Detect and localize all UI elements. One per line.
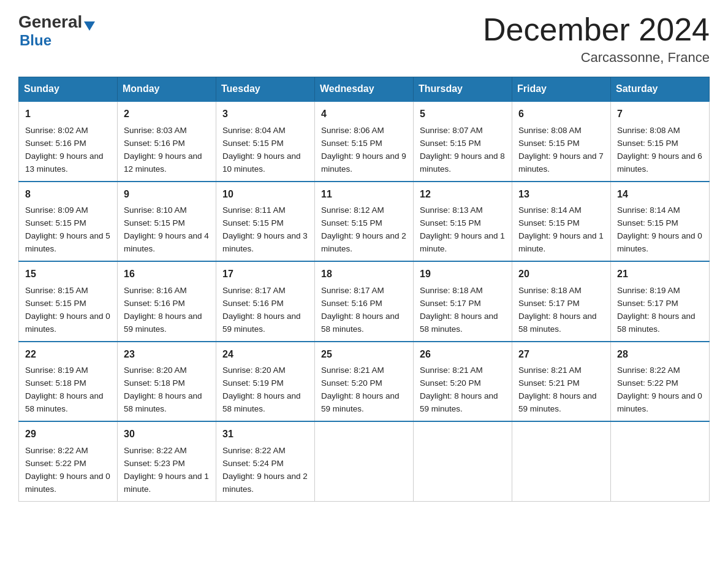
daylight-text: Daylight: 8 hours and 59 minutes. xyxy=(321,391,400,413)
table-row xyxy=(611,421,710,501)
daylight-text: Daylight: 9 hours and 0 minutes. xyxy=(617,391,702,413)
sunset-text: Sunset: 5:16 PM xyxy=(321,299,382,308)
logo: General Blue xyxy=(18,12,95,49)
calendar-subtitle: Carcassonne, France xyxy=(483,50,710,66)
daylight-text: Daylight: 8 hours and 59 minutes. xyxy=(518,391,597,413)
sunset-text: Sunset: 5:16 PM xyxy=(25,139,86,148)
table-row: 25 Sunrise: 8:21 AM Sunset: 5:20 PM Dayl… xyxy=(315,342,414,421)
sunset-text: Sunset: 5:15 PM xyxy=(617,218,678,228)
table-row: 24 Sunrise: 8:20 AM Sunset: 5:19 PM Dayl… xyxy=(216,342,315,421)
col-monday: Monday xyxy=(118,77,216,102)
calendar-table: Sunday Monday Tuesday Wednesday Thursday… xyxy=(18,77,710,501)
day-number: 23 xyxy=(124,347,210,362)
day-number: 14 xyxy=(617,187,703,202)
table-row: 16 Sunrise: 8:16 AM Sunset: 5:16 PM Dayl… xyxy=(118,261,216,341)
logo-general-text: General xyxy=(18,12,82,32)
day-number: 7 xyxy=(617,107,703,122)
daylight-text: Daylight: 9 hours and 13 minutes. xyxy=(25,151,104,174)
sunrise-text: Sunrise: 8:03 AM xyxy=(124,126,187,135)
table-row: 21 Sunrise: 8:19 AM Sunset: 5:17 PM Dayl… xyxy=(611,261,710,341)
sunrise-text: Sunrise: 8:07 AM xyxy=(420,126,483,135)
daylight-text: Daylight: 9 hours and 12 minutes. xyxy=(124,151,202,174)
day-number: 18 xyxy=(321,267,407,282)
sunrise-text: Sunrise: 8:15 AM xyxy=(25,286,88,295)
sunset-text: Sunset: 5:24 PM xyxy=(222,459,284,468)
table-row: 19 Sunrise: 8:18 AM Sunset: 5:17 PM Dayl… xyxy=(414,261,512,341)
daylight-text: Daylight: 9 hours and 8 minutes. xyxy=(420,151,505,174)
daylight-text: Daylight: 9 hours and 0 minutes. xyxy=(25,472,110,494)
sunrise-text: Sunrise: 8:12 AM xyxy=(321,205,384,215)
day-number: 30 xyxy=(124,427,210,442)
table-row: 7 Sunrise: 8:08 AM Sunset: 5:15 PM Dayli… xyxy=(611,101,710,181)
col-saturday: Saturday xyxy=(611,77,710,102)
table-row: 9 Sunrise: 8:10 AM Sunset: 5:15 PM Dayli… xyxy=(118,182,216,261)
sunset-text: Sunset: 5:23 PM xyxy=(124,459,185,468)
sunrise-text: Sunrise: 8:19 AM xyxy=(25,366,88,375)
sunrise-text: Sunrise: 8:20 AM xyxy=(222,366,286,375)
table-row: 18 Sunrise: 8:17 AM Sunset: 5:16 PM Dayl… xyxy=(315,261,414,341)
daylight-text: Daylight: 8 hours and 58 minutes. xyxy=(222,391,301,413)
calendar-title: December 2024 xyxy=(483,12,710,47)
sunrise-text: Sunrise: 8:22 AM xyxy=(617,366,680,375)
sunset-text: Sunset: 5:18 PM xyxy=(25,378,86,388)
sunset-text: Sunset: 5:18 PM xyxy=(124,378,185,388)
day-number: 5 xyxy=(420,107,506,122)
sunset-text: Sunset: 5:15 PM xyxy=(420,139,481,148)
calendar-week-row: 29 Sunrise: 8:22 AM Sunset: 5:22 PM Dayl… xyxy=(19,421,710,501)
page-header: General Blue December 2024 Carcassonne, … xyxy=(18,12,710,66)
sunset-text: Sunset: 5:21 PM xyxy=(518,378,580,388)
day-number: 20 xyxy=(518,267,604,282)
sunset-text: Sunset: 5:15 PM xyxy=(25,218,86,228)
daylight-text: Daylight: 9 hours and 4 minutes. xyxy=(124,231,209,253)
day-number: 27 xyxy=(518,347,604,362)
sunset-text: Sunset: 5:20 PM xyxy=(321,378,382,388)
daylight-text: Daylight: 8 hours and 58 minutes. xyxy=(124,391,202,413)
sunrise-text: Sunrise: 8:22 AM xyxy=(222,446,286,455)
day-number: 17 xyxy=(222,267,308,282)
daylight-text: Daylight: 8 hours and 59 minutes. xyxy=(124,312,202,334)
day-number: 13 xyxy=(518,187,604,202)
col-friday: Friday xyxy=(512,77,611,102)
sunrise-text: Sunrise: 8:18 AM xyxy=(420,286,483,295)
calendar-week-row: 1 Sunrise: 8:02 AM Sunset: 5:16 PM Dayli… xyxy=(19,101,710,181)
day-number: 12 xyxy=(420,187,506,202)
sunrise-text: Sunrise: 8:09 AM xyxy=(25,205,88,215)
sunrise-text: Sunrise: 8:04 AM xyxy=(222,126,286,135)
sunset-text: Sunset: 5:15 PM xyxy=(518,139,580,148)
table-row xyxy=(315,421,414,501)
table-row: 23 Sunrise: 8:20 AM Sunset: 5:18 PM Dayl… xyxy=(118,342,216,421)
table-row: 29 Sunrise: 8:22 AM Sunset: 5:22 PM Dayl… xyxy=(19,421,118,501)
daylight-text: Daylight: 8 hours and 58 minutes. xyxy=(321,312,400,334)
daylight-text: Daylight: 9 hours and 2 minutes. xyxy=(321,231,406,253)
table-row: 6 Sunrise: 8:08 AM Sunset: 5:15 PM Dayli… xyxy=(512,101,611,181)
sunset-text: Sunset: 5:16 PM xyxy=(124,139,185,148)
day-number: 10 xyxy=(222,187,308,202)
daylight-text: Daylight: 8 hours and 58 minutes. xyxy=(420,312,498,334)
sunset-text: Sunset: 5:17 PM xyxy=(518,299,580,308)
daylight-text: Daylight: 9 hours and 5 minutes. xyxy=(25,231,110,253)
table-row: 3 Sunrise: 8:04 AM Sunset: 5:15 PM Dayli… xyxy=(216,101,315,181)
table-row xyxy=(512,421,611,501)
daylight-text: Daylight: 8 hours and 58 minutes. xyxy=(617,312,696,334)
table-row: 13 Sunrise: 8:14 AM Sunset: 5:15 PM Dayl… xyxy=(512,182,611,261)
table-row: 14 Sunrise: 8:14 AM Sunset: 5:15 PM Dayl… xyxy=(611,182,710,261)
day-number: 25 xyxy=(321,347,407,362)
daylight-text: Daylight: 9 hours and 1 minute. xyxy=(124,472,209,494)
day-number: 6 xyxy=(518,107,604,122)
day-number: 16 xyxy=(124,267,210,282)
sunset-text: Sunset: 5:17 PM xyxy=(617,299,678,308)
day-number: 15 xyxy=(25,267,111,282)
logo-blue-text: Blue xyxy=(20,32,51,48)
sunrise-text: Sunrise: 8:20 AM xyxy=(124,366,187,375)
col-sunday: Sunday xyxy=(19,77,118,102)
sunrise-text: Sunrise: 8:17 AM xyxy=(222,286,286,295)
daylight-text: Daylight: 9 hours and 0 minutes. xyxy=(617,231,702,253)
sunset-text: Sunset: 5:15 PM xyxy=(518,218,580,228)
sunrise-text: Sunrise: 8:13 AM xyxy=(420,205,483,215)
daylight-text: Daylight: 9 hours and 1 minute. xyxy=(420,231,505,253)
col-wednesday: Wednesday xyxy=(315,77,414,102)
table-row: 8 Sunrise: 8:09 AM Sunset: 5:15 PM Dayli… xyxy=(19,182,118,261)
sunrise-text: Sunrise: 8:21 AM xyxy=(321,366,384,375)
logo-triangle-icon xyxy=(84,21,95,31)
sunset-text: Sunset: 5:15 PM xyxy=(222,139,284,148)
